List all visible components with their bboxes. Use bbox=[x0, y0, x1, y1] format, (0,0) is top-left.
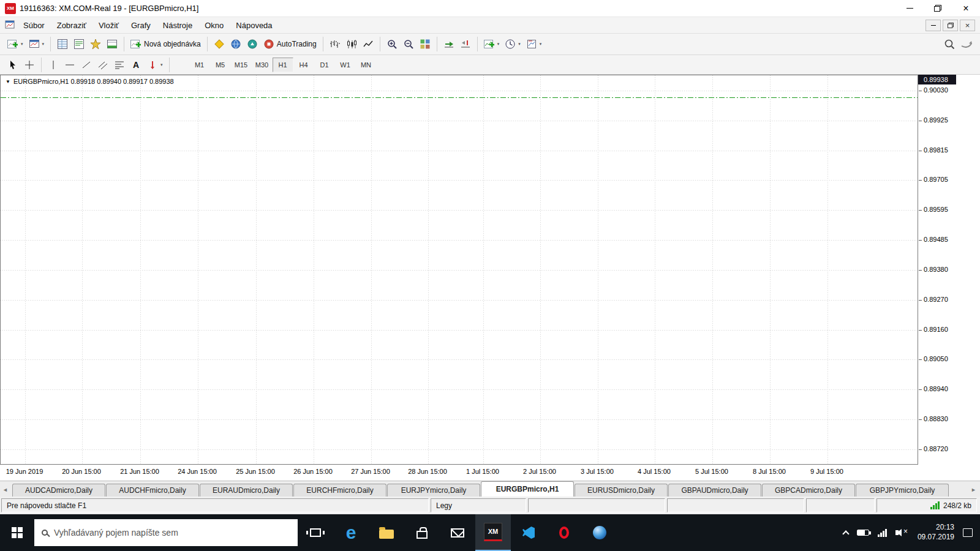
cursor-tool-button[interactable] bbox=[5, 56, 21, 73]
network-icon[interactable] bbox=[878, 529, 887, 537]
auto-scroll-icon bbox=[443, 39, 454, 50]
market-watch-button[interactable] bbox=[55, 36, 70, 53]
tabs-scroll-right-icon[interactable]: ► bbox=[971, 487, 976, 493]
periods-button[interactable]: ▾ bbox=[502, 36, 523, 53]
taskbar-app-mail[interactable] bbox=[440, 514, 475, 551]
tab-gbpaudmicro[interactable]: GBPAUDmicro,Daily bbox=[668, 484, 761, 497]
child-close-button[interactable]: × bbox=[960, 20, 975, 31]
templates-button[interactable]: ▾ bbox=[524, 36, 545, 53]
text-tool-button[interactable]: A bbox=[128, 56, 144, 73]
price-scale-label: 0.88940 bbox=[924, 385, 948, 392]
tab-gbpjpymicro[interactable]: GBPJPYmicro,Daily bbox=[856, 484, 949, 497]
timeframe-m15[interactable]: M15 bbox=[231, 58, 252, 72]
tab-eurchfmicro[interactable]: EURCHFmicro,Daily bbox=[293, 484, 386, 497]
restore-button[interactable] bbox=[924, 0, 952, 17]
search-tool-button[interactable] bbox=[941, 36, 957, 53]
chart-plot[interactable]: ▼ EURGBPmicro,H1 0.89918 0.89940 0.89917… bbox=[0, 75, 918, 465]
child-restore-button[interactable] bbox=[943, 20, 958, 31]
tab-gbpcadmicro[interactable]: GBPCADmicro,Daily bbox=[762, 484, 855, 497]
main-toolbar: ▾ ▾ Nová objednávka AutoTrading bbox=[0, 34, 980, 55]
auto-scroll-button[interactable] bbox=[441, 36, 457, 53]
new-chart-button[interactable]: ▾ bbox=[5, 36, 26, 53]
zoom-in-button[interactable] bbox=[384, 36, 400, 53]
taskbar-clock[interactable]: 20:13 09.07.2019 bbox=[918, 523, 954, 542]
tabs-scroll-left-icon[interactable]: ◄ bbox=[2, 487, 8, 493]
timeframe-d1[interactable]: D1 bbox=[314, 58, 335, 72]
menu-zobrazit[interactable]: Zobraziť bbox=[51, 18, 92, 32]
taskbar-app-opera[interactable] bbox=[546, 514, 582, 551]
timeframe-h1[interactable]: H1 bbox=[273, 58, 293, 72]
tab-audchfmicro[interactable]: AUDCHFmicro,Daily bbox=[106, 484, 199, 497]
signals-button[interactable] bbox=[958, 36, 975, 53]
menu-okno[interactable]: Okno bbox=[198, 18, 230, 32]
terminal-button[interactable] bbox=[104, 36, 120, 53]
tile-windows-button[interactable] bbox=[417, 36, 433, 53]
timeframe-h4[interactable]: H4 bbox=[293, 58, 314, 72]
tab-audcadmicro[interactable]: AUDCADmicro,Daily bbox=[12, 484, 105, 497]
horizontal-line-tool-button[interactable] bbox=[62, 56, 78, 73]
data-window-button[interactable] bbox=[71, 36, 87, 53]
battery-icon[interactable] bbox=[857, 530, 869, 536]
crosshair-tool-button[interactable] bbox=[21, 56, 37, 73]
time-axis-label: 4 Jul 15:00 bbox=[627, 468, 682, 475]
autotrading-button[interactable]: AutoTrading bbox=[261, 36, 319, 53]
action-center-icon[interactable] bbox=[963, 528, 973, 537]
community-button[interactable] bbox=[228, 36, 244, 53]
close-button[interactable]: × bbox=[952, 0, 980, 17]
timeframe-m5[interactable]: M5 bbox=[210, 58, 231, 72]
tray-chevron-up-icon[interactable] bbox=[842, 530, 849, 537]
collapse-triangle-icon[interactable]: ▼ bbox=[6, 79, 10, 84]
status-connection-cell[interactable]: 248/2 kb bbox=[876, 498, 977, 512]
price-chart[interactable] bbox=[1, 75, 918, 464]
vertical-line-tool-button[interactable] bbox=[45, 56, 61, 73]
mail-icon bbox=[451, 528, 464, 538]
timeframe-m30[interactable]: M30 bbox=[252, 58, 273, 72]
menu-nastroje[interactable]: Nástroje bbox=[157, 18, 198, 32]
cursor-icon bbox=[7, 59, 18, 70]
menu-subor[interactable]: Súbor bbox=[17, 18, 51, 32]
autotrading-icon bbox=[263, 39, 274, 50]
child-minimize-button[interactable] bbox=[925, 20, 941, 31]
channel-icon bbox=[97, 59, 108, 70]
start-button[interactable] bbox=[0, 514, 34, 551]
tab-eurjpymicro[interactable]: EURJPYmicro,Daily bbox=[387, 484, 480, 497]
navigator-button[interactable] bbox=[88, 36, 104, 53]
taskbar-search[interactable]: Vyhľadávaný pojem napíšte sem bbox=[34, 519, 298, 546]
signals-swoosh-icon bbox=[960, 39, 973, 50]
metaeditor-button[interactable] bbox=[211, 36, 227, 53]
bar-chart-mode-button[interactable] bbox=[327, 36, 343, 53]
minimize-button[interactable] bbox=[895, 0, 924, 17]
arrows-tool-button[interactable]: ▾ bbox=[145, 56, 165, 73]
channel-tool-button[interactable] bbox=[95, 56, 111, 73]
tab-eurgbpmicro[interactable]: EURGBPmicro,H1 bbox=[481, 481, 574, 497]
menu-napoveda[interactable]: Nápoveda bbox=[230, 18, 278, 32]
candlestick-mode-button[interactable] bbox=[344, 36, 360, 53]
timeframe-mn[interactable]: MN bbox=[356, 58, 377, 72]
time-axis[interactable]: 19 Jun 201920 Jun 15:0021 Jun 15:0024 Ju… bbox=[0, 465, 918, 481]
taskbar-app-store[interactable] bbox=[404, 514, 440, 551]
line-chart-mode-button[interactable] bbox=[360, 36, 376, 53]
price-scale[interactable]: 0.89938 0.900300.899250.898150.897050.89… bbox=[918, 75, 980, 465]
chart-shift-button[interactable] bbox=[458, 36, 473, 53]
tab-euraudmicro[interactable]: EURAUDmicro,Daily bbox=[200, 484, 293, 497]
menu-vlozit[interactable]: Vložiť bbox=[92, 18, 125, 32]
taskbar-app-vscode[interactable] bbox=[511, 514, 546, 551]
taskbar-app-explorer[interactable] bbox=[369, 514, 404, 551]
taskbar-app-globe[interactable] bbox=[582, 514, 617, 551]
timeframe-m1[interactable]: M1 bbox=[189, 58, 210, 72]
fibonacci-tool-button[interactable] bbox=[111, 56, 127, 73]
taskbar-app-edge[interactable]: e bbox=[333, 514, 369, 551]
menu-grafy[interactable]: Grafy bbox=[125, 18, 157, 32]
new-order-button[interactable]: Nová objednávka bbox=[128, 36, 203, 53]
task-view-button[interactable] bbox=[298, 514, 333, 551]
timeframe-w1[interactable]: W1 bbox=[335, 58, 356, 72]
trendline-tool-button[interactable] bbox=[78, 56, 94, 73]
taskbar-app-xm[interactable]: XM bbox=[475, 514, 511, 551]
volume-muted-icon[interactable]: × bbox=[895, 529, 909, 536]
market-button[interactable] bbox=[244, 36, 260, 53]
tab-eurusdmicro[interactable]: EURUSDmicro,Daily bbox=[575, 484, 668, 497]
profiles-button[interactable]: ▾ bbox=[26, 36, 47, 53]
indicators-button[interactable]: ▾ bbox=[481, 36, 502, 53]
status-empty-cell-2 bbox=[667, 498, 804, 512]
zoom-out-button[interactable] bbox=[401, 36, 417, 53]
